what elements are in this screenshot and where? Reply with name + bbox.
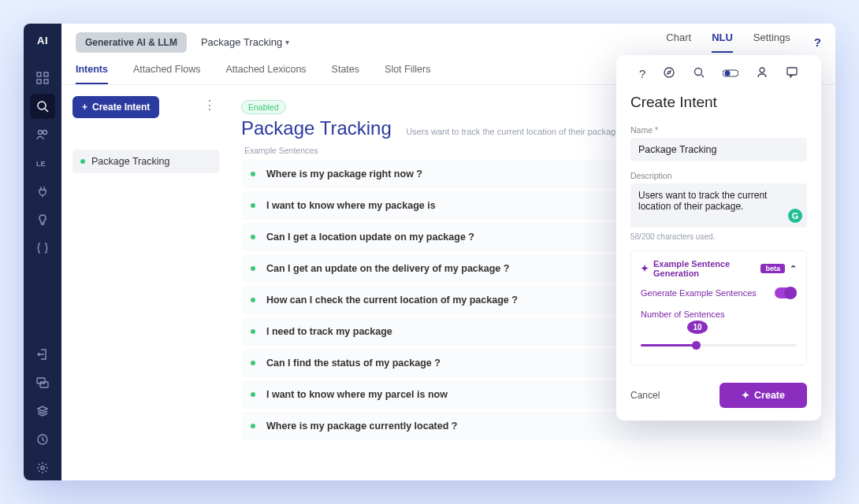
svg-rect-9 [40, 382, 48, 387]
sidebar-search-icon[interactable] [30, 94, 55, 119]
description-input[interactable]: Users want to track the current location… [630, 183, 807, 228]
intent-list-item[interactable]: Package Tracking [73, 150, 219, 173]
create-intent-panel: ? Create Intent Name * Package Tracking … [616, 55, 821, 421]
status-dot-icon [251, 266, 255, 271]
sentence-text: Can I get an update on the delivery of m… [266, 263, 509, 274]
svg-point-12 [664, 68, 674, 77]
status-dot-icon [251, 235, 255, 239]
name-label: Name * [630, 125, 807, 135]
status-dot-icon [251, 172, 255, 176]
breadcrumb-label: Package Tracking [201, 36, 282, 48]
slider-knob[interactable] [692, 341, 701, 350]
topnav-nlu[interactable]: NLU [712, 32, 733, 53]
topnav-chart[interactable]: Chart [666, 32, 691, 53]
status-dot-icon [251, 329, 255, 334]
sentence-text: Can I find the status of my package ? [266, 358, 441, 369]
comment-icon[interactable] [786, 66, 798, 81]
intent-subtitle: Users want to track the current location… [406, 127, 623, 136]
grammarly-icon[interactable]: G [788, 209, 802, 223]
topbar: Generative AI & LLM Package Tracking ▾ C… [61, 24, 835, 53]
status-dot-icon [80, 159, 85, 164]
svg-rect-8 [37, 378, 45, 384]
help-icon[interactable]: ? [814, 35, 821, 49]
status-dot-icon [251, 392, 255, 397]
breadcrumb[interactable]: Package Tracking ▾ [201, 36, 289, 48]
intent-list-panel: + Create Intent ⋮ Package Tracking [61, 85, 227, 480]
num-sentences-slider[interactable]: 10 [641, 336, 797, 352]
sentence-text: I want to know where my package is [266, 200, 436, 211]
chevron-down-icon: ▾ [285, 38, 289, 46]
subtab-intents[interactable]: Intents [76, 64, 108, 84]
beta-badge: beta [760, 264, 785, 273]
svg-rect-2 [37, 80, 41, 83]
subtab-lexicons[interactable]: Attached Lexicons [225, 64, 306, 84]
sidebar-export-icon[interactable] [30, 342, 55, 367]
sentence-text: Where is my package currently located ? [266, 421, 457, 432]
svg-point-13 [695, 69, 702, 76]
subtab-flows[interactable]: Attached Flows [133, 64, 200, 84]
create-intent-button[interactable]: + Create Intent [73, 96, 159, 118]
user-icon[interactable] [756, 66, 768, 81]
description-label: Description [630, 171, 807, 180]
sidebar-braces-icon[interactable] [30, 235, 55, 261]
sidebar-clock-icon[interactable] [30, 427, 55, 452]
sidebar-plug-icon[interactable] [30, 179, 55, 204]
panel-help-icon[interactable]: ? [639, 67, 645, 80]
svg-point-15 [725, 71, 731, 76]
svg-rect-3 [44, 80, 48, 83]
create-intent-label: Create Intent [92, 102, 150, 113]
sidebar-dashboard-icon[interactable] [30, 65, 55, 91]
sidebar: AI LE [24, 24, 61, 480]
context-pill[interactable]: Generative AI & LLM [76, 32, 187, 53]
svg-point-11 [41, 466, 44, 469]
topnav: Chart NLU Settings [666, 32, 790, 53]
sentence-text: Where is my package right now ? [266, 169, 422, 180]
description-text: Users want to track the current location… [638, 190, 767, 212]
char-count: 58/200 characters used. [630, 232, 807, 241]
svg-point-6 [43, 131, 47, 135]
slider-value-balloon: 10 [687, 321, 707, 334]
status-dot-icon [251, 298, 255, 302]
sidebar-settings-icon[interactable] [30, 455, 55, 480]
sparkle-icon: ✦ [742, 390, 749, 401]
kebab-menu-icon[interactable]: ⋮ [200, 96, 219, 115]
create-button[interactable]: ✦ Create [720, 383, 807, 408]
sparkle-icon: ✦ [641, 263, 649, 274]
sidebar-chat-icon[interactable] [30, 370, 55, 395]
sentence-text: I need to track my package [266, 326, 392, 337]
svg-rect-17 [787, 68, 797, 75]
svg-point-4 [38, 102, 46, 109]
sidebar-bulb-icon[interactable] [30, 207, 55, 232]
panel-search-icon[interactable] [693, 66, 705, 81]
enabled-badge: Enabled [241, 100, 286, 114]
panel-title: Create Intent [630, 94, 807, 111]
generate-toggle[interactable] [775, 287, 797, 298]
sidebar-layers-icon[interactable] [30, 398, 55, 424]
num-sentences-label: Number of Sentences [641, 309, 797, 319]
subtab-slot-fillers[interactable]: Slot Fillers [385, 64, 430, 84]
sentence-text: I want to know where my parcel is now [266, 389, 448, 400]
sidebar-lexicon-icon[interactable]: LE [30, 150, 55, 176]
subtab-states[interactable]: States [332, 64, 359, 84]
svg-rect-1 [44, 72, 48, 76]
collapse-icon[interactable]: ⌃ [790, 264, 797, 274]
intent-title: Package Tracking [241, 117, 392, 139]
generate-toggle-label: Generate Example Sentences [641, 288, 757, 298]
intent-item-label: Package Tracking [91, 156, 169, 167]
name-input[interactable]: Package Tracking [630, 138, 807, 161]
svg-rect-0 [37, 72, 41, 76]
sentence-text: How can I check the current location of … [266, 295, 518, 306]
cancel-button[interactable]: Cancel [630, 390, 660, 401]
sidebar-users-icon[interactable] [30, 122, 55, 147]
svg-point-16 [760, 68, 764, 72]
compass-icon[interactable] [663, 66, 675, 81]
plus-icon: + [82, 102, 87, 113]
topnav-settings[interactable]: Settings [753, 32, 790, 53]
panel-toggle-icon[interactable] [723, 67, 738, 80]
status-dot-icon [251, 361, 255, 365]
app-logo: AI [37, 35, 48, 46]
create-button-label: Create [754, 390, 785, 401]
svg-text:LE: LE [36, 160, 46, 168]
generation-section: ✦ Example Sentence Generation beta ⌃ Gen… [630, 250, 807, 365]
sentence-text: Can I get a location update on my packag… [266, 232, 474, 243]
